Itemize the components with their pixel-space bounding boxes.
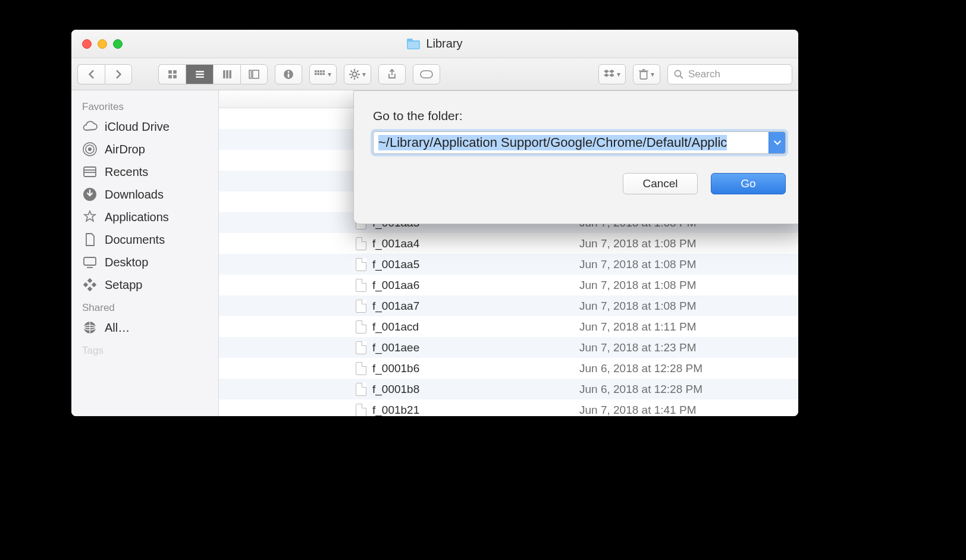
path-field-wrap bbox=[373, 131, 786, 154]
file-name: f_001b21 bbox=[372, 404, 419, 417]
icon-view-button[interactable] bbox=[158, 64, 186, 84]
back-button[interactable] bbox=[77, 64, 105, 84]
sheet-title: Go to the folder: bbox=[373, 109, 786, 123]
sidebar-item-documents[interactable]: Documents bbox=[71, 228, 218, 251]
svg-rect-51 bbox=[87, 287, 92, 291]
sidebar-item-label: AirDrop bbox=[105, 143, 145, 156]
column-view-button[interactable] bbox=[213, 64, 240, 84]
sidebar-item-airdrop[interactable]: AirDrop bbox=[71, 138, 218, 161]
nav-buttons bbox=[77, 64, 132, 84]
titlebar: Library bbox=[71, 30, 798, 58]
file-row[interactable]: f_001aa6Jun 7, 2018 at 1:08 PM bbox=[219, 275, 798, 295]
svg-line-33 bbox=[351, 77, 352, 78]
svg-rect-14 bbox=[253, 70, 259, 78]
sidebar-section-header: Tags bbox=[71, 339, 218, 359]
sidebar-item-network[interactable]: All… bbox=[71, 316, 218, 339]
svg-rect-53 bbox=[92, 282, 96, 287]
file-name: f_0001b6 bbox=[372, 362, 419, 375]
svg-rect-36 bbox=[640, 71, 647, 78]
file-icon bbox=[356, 237, 366, 250]
network-icon bbox=[82, 320, 98, 335]
file-modified: Jun 6, 2018 at 12:28 PM bbox=[573, 383, 770, 396]
tag-icon bbox=[420, 70, 433, 78]
trash-actions-button[interactable]: ▾ bbox=[633, 64, 660, 84]
dropbox-icon bbox=[604, 70, 614, 79]
sidebar-section-header: Shared bbox=[71, 296, 218, 316]
window-title-text: Library bbox=[426, 37, 462, 51]
forward-button[interactable] bbox=[105, 64, 132, 84]
file-row[interactable]: f_001acdJun 7, 2018 at 1:11 PM bbox=[219, 316, 798, 337]
cancel-button[interactable]: Cancel bbox=[623, 173, 698, 194]
file-modified: Jun 6, 2018 at 12:28 PM bbox=[573, 362, 770, 375]
sidebar-item-downloads[interactable]: Downloads bbox=[71, 183, 218, 206]
svg-rect-25 bbox=[323, 73, 325, 74]
search-field[interactable]: Search bbox=[667, 64, 792, 84]
info-icon bbox=[283, 69, 294, 80]
svg-rect-5 bbox=[168, 75, 172, 78]
list-icon bbox=[195, 70, 205, 79]
svg-rect-52 bbox=[83, 282, 88, 287]
svg-rect-2 bbox=[408, 42, 419, 49]
file-row[interactable]: f_001aa7Jun 7, 2018 at 1:08 PM bbox=[219, 295, 798, 316]
file-row[interactable]: f_001aa4Jun 7, 2018 at 1:08 PM bbox=[219, 233, 798, 254]
share-button[interactable] bbox=[378, 64, 406, 84]
sidebar-item-setapp[interactable]: Setapp bbox=[71, 273, 218, 296]
file-name: f_001aa7 bbox=[372, 300, 419, 313]
svg-rect-20 bbox=[320, 70, 322, 72]
svg-point-39 bbox=[675, 70, 681, 76]
svg-rect-3 bbox=[168, 70, 172, 74]
svg-rect-24 bbox=[320, 73, 322, 74]
desktop-icon bbox=[82, 254, 98, 270]
grid-icon bbox=[168, 70, 177, 79]
file-row[interactable]: f_001aeeJun 7, 2018 at 1:23 PM bbox=[219, 337, 798, 358]
path-dropdown-button[interactable] bbox=[769, 132, 785, 153]
action-button[interactable]: ▾ bbox=[344, 64, 371, 84]
sidebar-item-label: All… bbox=[105, 321, 130, 335]
close-button[interactable] bbox=[82, 39, 92, 49]
finder-body: Favorites iCloud Drive AirDrop Recents D… bbox=[71, 90, 798, 416]
dropbox-button[interactable]: ▾ bbox=[598, 64, 626, 84]
file-name: f_001aa4 bbox=[372, 237, 419, 250]
file-modified: Jun 7, 2018 at 1:08 PM bbox=[573, 237, 770, 250]
file-icon bbox=[356, 383, 366, 396]
sidebar-item-icloud[interactable]: iCloud Drive bbox=[71, 115, 218, 138]
info-button[interactable] bbox=[275, 64, 302, 84]
minimize-button[interactable] bbox=[98, 39, 107, 49]
file-row[interactable]: f_001aa5Jun 7, 2018 at 1:08 PM bbox=[219, 254, 798, 275]
documents-icon bbox=[82, 232, 98, 247]
trash-icon bbox=[639, 69, 648, 80]
gallery-view-button[interactable] bbox=[240, 64, 268, 84]
sidebar-item-recents[interactable]: Recents bbox=[71, 161, 218, 183]
go-button[interactable]: Go bbox=[711, 173, 786, 194]
zoom-button[interactable] bbox=[113, 39, 123, 49]
file-row[interactable]: f_0001b8Jun 6, 2018 at 12:28 PM bbox=[219, 379, 798, 399]
svg-line-31 bbox=[351, 70, 352, 71]
file-modified: Jun 7, 2018 at 1:11 PM bbox=[573, 320, 770, 334]
svg-rect-7 bbox=[196, 71, 204, 72]
search-icon bbox=[674, 70, 683, 79]
file-modified: Jun 7, 2018 at 1:08 PM bbox=[573, 300, 770, 313]
file-modified: Jun 7, 2018 at 1:08 PM bbox=[573, 258, 770, 271]
sidebar-item-label: iCloud Drive bbox=[105, 120, 170, 134]
svg-rect-21 bbox=[323, 70, 325, 72]
arrange-button[interactable]: ▾ bbox=[309, 64, 337, 84]
arrange-icon bbox=[315, 70, 325, 78]
sidebar-item-desktop[interactable]: Desktop bbox=[71, 251, 218, 273]
view-buttons bbox=[158, 64, 268, 84]
file-icon bbox=[356, 341, 366, 354]
sidebar-item-label: Applications bbox=[105, 210, 169, 224]
tags-button[interactable] bbox=[413, 64, 440, 84]
list-view-button[interactable] bbox=[186, 64, 213, 84]
file-row[interactable]: f_001b21Jun 7, 2018 at 1:41 PM bbox=[219, 399, 798, 416]
file-row[interactable]: f_0001b6Jun 6, 2018 at 12:28 PM bbox=[219, 358, 798, 379]
svg-rect-1 bbox=[407, 39, 413, 42]
sidebar-item-label: Documents bbox=[105, 233, 165, 247]
file-modified: Jun 7, 2018 at 1:41 PM bbox=[573, 404, 770, 417]
file-icon bbox=[356, 258, 366, 271]
svg-line-40 bbox=[680, 75, 683, 78]
sidebar-item-applications[interactable]: Applications bbox=[71, 206, 218, 228]
file-modified: Jun 7, 2018 at 1:08 PM bbox=[573, 279, 770, 292]
svg-rect-0 bbox=[407, 40, 420, 49]
file-name: f_0001b8 bbox=[372, 383, 419, 396]
path-input[interactable] bbox=[374, 132, 769, 153]
